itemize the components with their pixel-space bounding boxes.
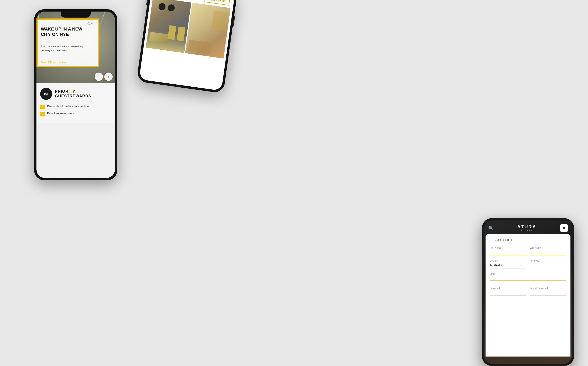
instagram-grid [144, 0, 233, 59]
country-label: Country [490, 259, 526, 262]
benefit-text-1: Discounts off the best rates online [47, 104, 89, 108]
checkbox-icon: ✓ [40, 112, 45, 116]
postcode-input[interactable] [530, 263, 566, 268]
country-row: Country Australia Postcode [490, 259, 566, 268]
benefit-item-1: ✓ Discounts off the best rates online [40, 104, 111, 109]
country-value: Australia [490, 263, 526, 268]
slide-body: Start the new year off with an exciting … [41, 45, 87, 52]
price-amount: $99 [48, 61, 52, 63]
repeat-password-field: Repeat Password [530, 287, 566, 296]
country-select[interactable]: Australia [490, 263, 526, 268]
postcode-field: Postcode [530, 259, 566, 268]
phone-1: 01/04 WAKE UP IN A NEW CITY ON NYE Start… [34, 9, 117, 180]
sparkle-dot [103, 44, 103, 45]
password-input[interactable] [490, 290, 526, 296]
email-label: Email [490, 273, 566, 275]
brand-subtitle: HOTELS [517, 229, 537, 232]
phone3-screen: 🔍 ATURA HOTELS ✕ ← Back to Sign in First… [484, 221, 572, 364]
password-row: Password Repeat Password [490, 287, 566, 296]
slide-price: From $99 per person. [41, 61, 67, 63]
back-to-signin-label[interactable]: Back to Sign in [495, 238, 513, 242]
pgr-circle-logo: pgr [40, 88, 52, 100]
repeat-password-input[interactable] [530, 290, 566, 296]
promo-card: 01/04 WAKE UP IN A NEW CITY ON NYE Start… [37, 18, 99, 67]
last-name-input[interactable] [530, 250, 566, 255]
pgr-brand-name: PRIORITYGUESTREWARDS [55, 89, 91, 99]
benefit-text-2: Earn & redeem points [47, 112, 74, 115]
password-field: Password [490, 287, 526, 296]
password-label: Password [490, 287, 526, 290]
last-name-label: Last Name [530, 246, 566, 249]
phone-2: INSTAGRAM FOLLOW US [136, 0, 237, 93]
pgr-logo-area: pgr PRIORITYGUESTREWARDS [40, 88, 111, 100]
phone1-bottom: pgr PRIORITYGUESTREWARDS ✓ Discounts off… [37, 83, 115, 123]
instagram-image-1 [146, 0, 191, 53]
phone1-screen: 01/04 WAKE UP IN A NEW CITY ON NYE Start… [37, 12, 115, 178]
phone3-topbar: 🔍 ATURA HOTELS ✕ [484, 221, 572, 234]
slide-counter: 01/04 [88, 22, 94, 25]
first-name-field: First Name [490, 246, 526, 255]
benefit-item-2: ✓ Earn & redeem points [40, 112, 111, 116]
checkbox-icon: ✓ [40, 105, 45, 109]
atura-logo: ATURA HOTELS [517, 224, 537, 232]
back-arrow-icon: ← [490, 238, 493, 242]
close-button[interactable]: ✕ [560, 224, 568, 232]
first-name-label: First Name [490, 246, 526, 249]
price-suffix: per person. [52, 61, 67, 63]
window-shape [211, 10, 228, 31]
postcode-label: Postcode [530, 259, 566, 262]
nav-arrows: ‹ › [95, 73, 113, 81]
phone2-screen: INSTAGRAM FOLLOW US [139, 0, 235, 91]
email-input[interactable] [490, 275, 566, 281]
pgr-logo-text: pgr [44, 92, 48, 95]
email-section: Email [490, 273, 566, 284]
brand-title: ATURA [517, 224, 537, 229]
next-arrow[interactable]: › [104, 73, 113, 81]
prev-arrow[interactable]: ‹ [95, 73, 103, 81]
search-icon[interactable]: 🔍 [488, 226, 493, 231]
repeat-password-label: Repeat Password [530, 287, 566, 290]
back-to-signin: ← Back to Sign in [490, 238, 566, 242]
volume-btn [146, 0, 148, 5]
signup-form: ← Back to Sign in First Name Last Name C… [485, 234, 570, 357]
slide-title: WAKE UP IN A NEW CITY ON NYE [41, 27, 82, 37]
instagram-image-2 [185, 3, 231, 59]
first-name-input[interactable] [490, 250, 526, 255]
phone-3: 🔍 ATURA HOTELS ✕ ← Back to Sign in First… [482, 218, 574, 366]
notch [61, 12, 91, 18]
last-name-field: Last Name [530, 246, 566, 255]
price-prefix: From [41, 61, 48, 63]
power-btn [233, 16, 235, 26]
name-row: First Name Last Name [490, 246, 566, 255]
hero-section: 01/04 WAKE UP IN A NEW CITY ON NYE Start… [37, 12, 115, 83]
phone-2-wrapper: INSTAGRAM FOLLOW US [136, 0, 237, 93]
country-field: Country Australia [490, 259, 526, 268]
